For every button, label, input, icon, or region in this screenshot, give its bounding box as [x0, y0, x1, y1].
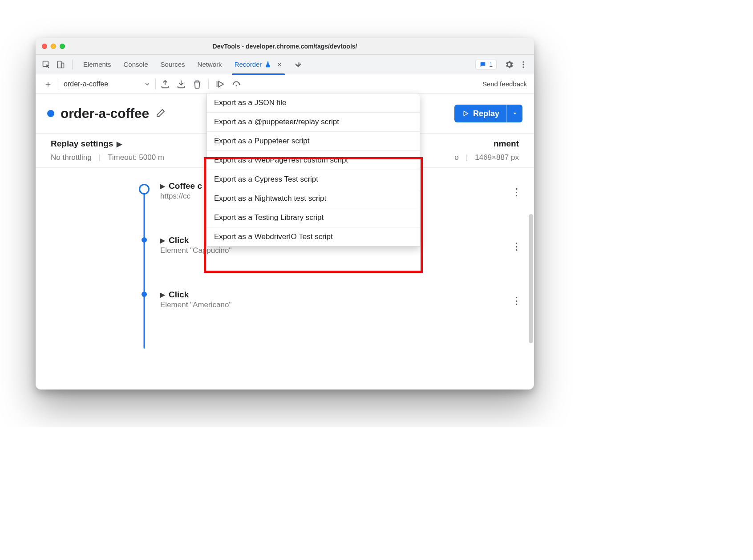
more-tabs-icon[interactable] — [292, 58, 304, 71]
import-icon[interactable] — [176, 79, 186, 89]
menu-item-label: Export as a JSON file — [214, 98, 287, 107]
issues-badge[interactable]: 1 — [475, 60, 497, 69]
devtools-tabs: Elements Console Sources Network Recorde… — [36, 55, 534, 74]
export-menu-item[interactable]: Export as a WebdriverIO Test script — [207, 227, 420, 246]
edit-title-icon[interactable] — [155, 108, 167, 119]
tab-elements[interactable]: Elements — [78, 55, 117, 74]
window-title: DevTools - developer.chrome.com/tags/dev… — [36, 43, 534, 50]
devtools-window: DevTools - developer.chrome.com/tags/dev… — [36, 38, 534, 390]
step-over-icon[interactable] — [231, 79, 241, 89]
tab-label: Console — [124, 61, 148, 68]
expand-icon[interactable]: ▶ — [160, 183, 165, 190]
device-toolbar-icon[interactable] — [54, 58, 67, 71]
replay-button-label: Replay — [473, 109, 499, 118]
step-subtitle: Element "Americano" — [160, 300, 519, 309]
replay-settings-label: Replay settings — [51, 139, 113, 149]
menu-item-label: Export as a @puppeteer/replay script — [214, 118, 339, 126]
tab-label: Elements — [83, 61, 111, 68]
replay-button[interactable]: Replay — [454, 105, 522, 122]
menu-item-label: Export as a WebdriverIO Test script — [214, 232, 333, 241]
export-menu-item[interactable]: Export as a WebPageTest custom script — [207, 151, 420, 170]
tab-label: Recorder — [235, 61, 262, 68]
step-title: Click — [169, 235, 189, 245]
svg-point-6 — [236, 85, 237, 86]
recording-status-dot — [47, 110, 54, 117]
settings-gear-icon[interactable] — [503, 58, 515, 71]
close-tab-icon[interactable]: ✕ — [277, 61, 282, 68]
send-feedback-link[interactable]: Send feedback — [482, 80, 527, 88]
separator: | — [99, 153, 101, 162]
tab-network[interactable]: Network — [192, 55, 227, 74]
titlebar: DevTools - developer.chrome.com/tags/dev… — [36, 38, 534, 55]
export-icon[interactable] — [160, 79, 170, 89]
inspect-element-icon[interactable] — [40, 58, 53, 71]
menu-item-label: Export as a Cypress Test script — [214, 175, 318, 183]
separator — [72, 60, 73, 69]
export-menu-item[interactable]: Export as a Nightwatch test script — [207, 189, 420, 208]
step-continue-icon[interactable] — [215, 79, 225, 89]
step-more-icon[interactable]: ⋮ — [512, 295, 522, 307]
menu-item-label: Export as a Testing Library script — [214, 213, 324, 222]
kebab-menu-icon[interactable] — [517, 58, 530, 71]
step-row[interactable]: ▶Click Element "Americano" ⋮ — [144, 290, 519, 331]
tab-sources[interactable]: Sources — [155, 55, 190, 74]
export-menu-item[interactable]: Export as a @puppeteer/replay script — [207, 113, 420, 132]
expand-icon[interactable]: ▶ — [160, 237, 165, 244]
separator — [208, 79, 209, 89]
scrollbar[interactable] — [529, 214, 533, 343]
recording-selector[interactable]: order-a-coffee — [64, 80, 151, 88]
expand-icon[interactable]: ▶ — [160, 291, 165, 298]
separator — [59, 79, 59, 89]
recording-title: order-a-coffee — [61, 106, 149, 121]
tab-recorder[interactable]: Recorder ✕ — [229, 55, 288, 74]
step-more-icon[interactable]: ⋮ — [512, 187, 522, 198]
selector-hint-fragment: o — [454, 153, 458, 162]
step-subtitle: Element "Cappucino" — [160, 246, 519, 255]
export-menu-item[interactable]: Export as a Cypress Test script — [207, 170, 420, 189]
caret-down-icon — [512, 110, 518, 117]
export-menu-item[interactable]: Export as a Puppeteer script — [207, 132, 420, 151]
viewport-value: 1469×887 px — [475, 153, 519, 162]
play-icon — [462, 110, 470, 118]
recording-selector-label: order-a-coffee — [64, 80, 108, 88]
delete-icon[interactable] — [192, 79, 202, 89]
environment-heading-fragment: nment — [494, 139, 519, 149]
svg-point-4 — [522, 64, 524, 65]
svg-point-3 — [522, 61, 524, 62]
issues-icon — [479, 61, 486, 68]
experiment-flask-icon — [264, 61, 271, 68]
step-more-icon[interactable]: ⋮ — [512, 241, 522, 252]
menu-item-label: Export as a Puppeteer script — [214, 137, 310, 145]
issues-count: 1 — [489, 61, 493, 68]
step-title: Coffee c — [169, 181, 202, 191]
throttling-value: No throttling — [51, 153, 92, 162]
recorder-toolbar: ＋ order-a-coffee — [36, 74, 534, 94]
tab-console[interactable]: Console — [118, 55, 154, 74]
export-menu: Export as a JSON file Export as a @puppe… — [206, 93, 420, 247]
svg-rect-2 — [61, 63, 64, 68]
replay-dropdown-button[interactable] — [506, 105, 522, 122]
menu-item-label: Export as a WebPageTest custom script — [214, 156, 348, 164]
separator — [155, 79, 156, 89]
replay-settings-toggle[interactable]: Replay settings ▶ — [51, 139, 122, 149]
svg-rect-1 — [57, 61, 61, 68]
tab-label: Sources — [161, 61, 185, 68]
menu-item-label: Export as a Nightwatch test script — [214, 194, 326, 203]
export-menu-item[interactable]: Export as a Testing Library script — [207, 208, 420, 227]
new-recording-button[interactable]: ＋ — [42, 78, 54, 90]
chevron-down-icon — [144, 81, 151, 88]
export-menu-item[interactable]: Export as a JSON file — [207, 93, 420, 113]
chevron-right-icon: ▶ — [117, 140, 122, 148]
tab-label: Network — [198, 61, 222, 68]
separator: | — [466, 153, 468, 162]
step-title: Click — [169, 290, 189, 300]
svg-point-5 — [522, 66, 524, 68]
timeout-value: Timeout: 5000 m — [108, 153, 164, 162]
